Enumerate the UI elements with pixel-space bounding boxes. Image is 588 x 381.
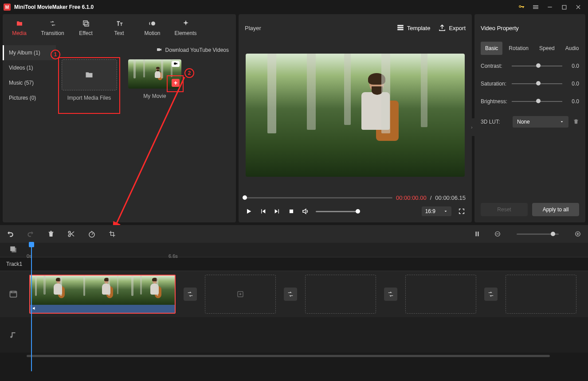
- contrast-slider[interactable]: [512, 66, 562, 66]
- tab-label: Text: [114, 30, 124, 36]
- zoom-slider[interactable]: [517, 233, 559, 235]
- tab-motion[interactable]: Motion: [136, 14, 169, 42]
- trash-icon[interactable]: [573, 118, 579, 126]
- brightness-value: 0.0: [566, 98, 579, 105]
- music-track-icon: [0, 331, 27, 339]
- redo-button[interactable]: [27, 230, 35, 238]
- transition-slot-button[interactable]: [184, 288, 197, 301]
- empty-clip-slot[interactable]: [205, 275, 276, 314]
- prop-tab-audio[interactable]: Audio: [561, 42, 584, 55]
- time-sep: /: [430, 194, 432, 201]
- prop-tab-speed[interactable]: Speed: [535, 42, 559, 55]
- video-badge-icon: [172, 61, 180, 67]
- tab-label: Elements: [174, 30, 196, 36]
- lut-select[interactable]: None: [513, 116, 568, 128]
- volume-slider[interactable]: [316, 211, 358, 212]
- reset-button[interactable]: Reset: [481, 203, 528, 216]
- stop-button[interactable]: [287, 207, 295, 215]
- tab-media[interactable]: Media: [3, 14, 36, 42]
- apply-all-button[interactable]: Apply to all: [532, 203, 579, 216]
- camera-icon: [156, 47, 163, 54]
- seek-slider[interactable]: [245, 197, 392, 198]
- tab-label: Effect: [79, 30, 92, 36]
- tab-label: Media: [12, 30, 27, 36]
- audio-track[interactable]: [0, 317, 588, 353]
- tab-effect[interactable]: Effect: [69, 14, 102, 42]
- sidebar-music[interactable]: Music (57): [3, 75, 56, 90]
- sidebar-pictures[interactable]: Pictures (0): [3, 90, 56, 105]
- thumbnail-label: My Movie: [143, 93, 166, 99]
- track-label: Track1: [0, 257, 588, 271]
- svg-rect-7: [290, 210, 293, 213]
- collapse-arrow-icon[interactable]: ›: [469, 118, 474, 136]
- svg-rect-16: [12, 248, 16, 253]
- empty-clip-slot[interactable]: [305, 275, 376, 314]
- snap-icon[interactable]: [473, 230, 481, 238]
- time-total: 00:00:06.15: [435, 194, 466, 201]
- lut-label: 3D LUT:: [481, 119, 508, 125]
- split-button[interactable]: [67, 230, 75, 238]
- transition-slot-button[interactable]: [384, 288, 397, 301]
- property-panel: › Video Property Basic Rotation Speed Au…: [474, 14, 585, 222]
- layers-icon[interactable]: [9, 245, 17, 255]
- property-title: Video Property: [481, 14, 579, 42]
- hamburger-icon[interactable]: [529, 1, 542, 13]
- empty-clip-slot[interactable]: [405, 275, 476, 314]
- volume-icon[interactable]: [302, 207, 310, 215]
- text-icon: [115, 19, 124, 27]
- fullscreen-button[interactable]: [458, 207, 466, 215]
- zoom-out-button[interactable]: [494, 230, 502, 238]
- transition-slot-button[interactable]: [484, 288, 498, 301]
- speed-button[interactable]: [88, 230, 96, 238]
- timeline-clip[interactable]: [29, 275, 176, 314]
- tab-transition[interactable]: Transition: [36, 14, 69, 42]
- ruler-tick: 6.6s: [169, 253, 178, 259]
- saturation-slider[interactable]: [512, 83, 562, 84]
- prop-tab-basic[interactable]: Basic: [481, 42, 502, 55]
- play-button[interactable]: [245, 207, 253, 215]
- media-thumbnail[interactable]: +: [128, 59, 181, 89]
- minimize-button[interactable]: [544, 1, 556, 13]
- aspect-ratio-select[interactable]: 16:9: [422, 206, 451, 216]
- app-logo: M: [4, 4, 11, 11]
- sidebar-videos[interactable]: Videos (1): [3, 60, 56, 75]
- brightness-slider[interactable]: [512, 101, 562, 102]
- titlebar: M MiniTool MovieMaker Free 6.1.0: [0, 0, 588, 14]
- timeline: 0s 6.6s Track1: [0, 225, 588, 358]
- export-button[interactable]: Export: [438, 24, 466, 32]
- media-grid: Download YouTube Videos 1 Import Media F…: [56, 42, 236, 222]
- media-panel: Media Transition Effect Text Motion Elem…: [3, 14, 236, 222]
- empty-clip-slot[interactable]: [506, 275, 576, 314]
- transition-slot-button[interactable]: [284, 288, 297, 301]
- template-button[interactable]: Template: [396, 24, 431, 32]
- key-icon[interactable]: [515, 1, 528, 13]
- download-youtube-link[interactable]: Download YouTube Videos: [165, 47, 229, 53]
- close-button[interactable]: [572, 1, 584, 13]
- delete-button[interactable]: [47, 230, 55, 238]
- video-track[interactable]: [0, 271, 588, 317]
- folder-icon: [15, 19, 24, 27]
- sidebar-my-album[interactable]: My Album (1): [3, 45, 56, 60]
- svg-rect-12: [478, 232, 478, 237]
- next-frame-button[interactable]: [273, 207, 281, 215]
- zoom-in-button[interactable]: [574, 230, 582, 238]
- add-to-timeline-button[interactable]: +: [172, 79, 180, 87]
- maximize-button[interactable]: [558, 1, 570, 13]
- tab-elements[interactable]: Elements: [169, 14, 202, 42]
- timeline-scrollbar[interactable]: [0, 354, 588, 358]
- saturation-label: Saturation:: [481, 81, 508, 87]
- svg-rect-11: [476, 232, 477, 237]
- saturation-value: 0.0: [566, 81, 579, 87]
- prop-tab-rotation[interactable]: Rotation: [504, 42, 533, 55]
- video-preview: [246, 54, 465, 177]
- contrast-value: 0.0: [566, 63, 579, 69]
- import-media-button[interactable]: [62, 59, 117, 90]
- crop-button[interactable]: [108, 230, 116, 238]
- svg-rect-5: [174, 62, 176, 65]
- undo-button[interactable]: [6, 230, 14, 238]
- tab-text[interactable]: Text: [102, 14, 136, 42]
- template-label: Template: [407, 25, 431, 31]
- playhead[interactable]: [31, 243, 32, 371]
- prev-frame-button[interactable]: [259, 207, 267, 215]
- effect-icon: [82, 19, 90, 27]
